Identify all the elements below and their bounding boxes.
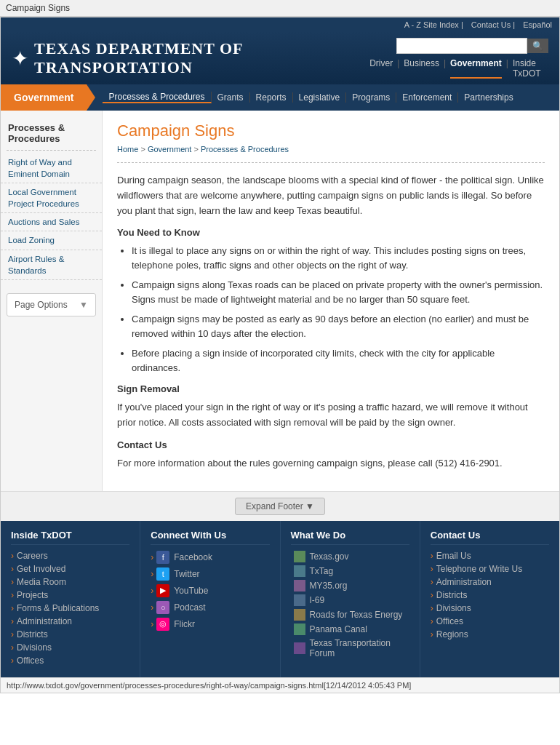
footer-email-us[interactable]: Email Us [431,551,549,561]
main-nav: Government Processes & Procedures Grants… [1,84,559,111]
roads-energy-icon [294,609,305,621]
nav-government[interactable]: Government [450,58,502,79]
footer-careers[interactable]: Careers [11,551,129,561]
top-bar: A - Z Site Index | Contact Us | Español [1,17,559,32]
search-input[interactable] [396,38,527,54]
my35-icon [294,580,305,591]
search-button[interactable]: 🔍 [527,39,548,53]
flickr-icon: ◎ [156,618,169,631]
sidebar: Processes & Procedures Right of Way and … [1,111,103,491]
site-header: ✦ TEXAS DEPARTMENT OF TRANSPORTATION 🔍 D… [1,32,559,84]
site-footer: Inside TxDOT Careers Get Involved Media … [1,521,559,677]
footer-col2-title: Connect With Us [151,530,269,545]
footer-col4-title: Contact Us [431,530,549,545]
government-tab[interactable]: Government [1,84,87,111]
footer-panama-canal[interactable]: Panama Canal [291,624,409,635]
footer-offices[interactable]: Offices [11,656,129,666]
breadcrumb-home[interactable]: Home [117,145,138,154]
footer-facebook[interactable]: fFacebook [151,551,269,564]
sidebar-airport-rules[interactable]: Airport Rules & Standards [1,250,102,280]
page-options-arrow: ▼ [79,300,88,310]
footer-flickr[interactable]: ◎Flickr [151,618,269,631]
footer-txtag[interactable]: TxTag [291,565,409,577]
contact-us-text: For more information about the rules gov… [117,456,545,471]
nav-business[interactable]: Business [404,58,439,79]
footer-projects[interactable]: Projects [11,590,129,600]
podcast-icon: ○ [156,601,169,614]
list-item: It is illegal to place any signs on or w… [132,244,545,272]
footer-contact-districts[interactable]: Districts [431,590,549,600]
espanol-link[interactable]: Español [523,20,552,29]
az-index-link[interactable]: A - Z Site Index [404,20,459,29]
nav-driver[interactable]: Driver [369,58,393,79]
nav-processes[interactable]: Processes & Procedures [103,92,211,103]
footer-i69[interactable]: I-69 [291,594,409,606]
content-wrapper: Processes & Procedures Right of Way and … [1,111,559,491]
tab-arrow [87,84,95,111]
footer-administration[interactable]: Administration [11,616,129,626]
sidebar-auctions[interactable]: Auctions and Sales [1,213,102,231]
search-bar: 🔍 [396,38,548,54]
footer-youtube[interactable]: ▶YouTube [151,584,269,597]
twitter-icon: t [156,567,169,581]
footer-divisions[interactable]: Divisions [11,642,129,653]
sidebar-divider [7,150,96,151]
content-divider [117,162,545,163]
footer-roads-texas-energy[interactable]: Roads for Texas Energy [291,609,409,621]
nav-legislative[interactable]: Legislative [293,92,347,103]
footer-forms-publications[interactable]: Forms & Publications [11,603,129,613]
nav-reports[interactable]: Reports [250,92,293,103]
footer-contact-regions[interactable]: Regions [431,629,549,640]
footer-col-inside-txdot: Inside TxDOT Careers Get Involved Media … [1,521,140,677]
sidebar-row-of-way[interactable]: Right of Way and Eminent Domain [1,154,102,183]
contact-us-heading: Contact Us [117,439,545,450]
footer-col-what-we-do: What We Do Texas.gov TxTag MY35.org I-69… [281,521,420,677]
footer-col3-title: What We Do [291,530,409,545]
footer-districts[interactable]: Districts [11,629,129,640]
sidebar-title: Processes & Procedures [1,118,102,147]
nav-grants[interactable]: Grants [212,92,250,103]
footer-expand-bar: Expand Footer ▼ [1,491,559,521]
breadcrumb: Home > Government > Processes & Procedur… [117,145,545,154]
footer-my35[interactable]: MY35.org [291,580,409,591]
footer-podcast[interactable]: ○Podcast [151,601,269,614]
sidebar-local-gov[interactable]: Local Government Project Procedures [1,183,102,213]
nav-enforcement[interactable]: Enforcement [396,92,458,103]
list-item: Campaign signs along Texas roads can be … [132,278,545,306]
main-content: Campaign Signs Home > Government > Proce… [103,111,559,491]
footer-texas-transportation-forum[interactable]: Texas Transportation Forum [291,638,409,658]
footer-columns: Inside TxDOT Careers Get Involved Media … [1,521,559,677]
nav-partnerships[interactable]: Partnerships [458,92,519,103]
page-options-button[interactable]: Page Options ▼ [7,293,96,316]
footer-contact-divisions[interactable]: Divisions [431,603,549,613]
contact-us-top-link[interactable]: Contact Us [471,20,511,29]
sign-removal-text: If you've placed your sign in the right … [117,400,545,431]
agency-name: TEXAS DEPARTMENT OF TRANSPORTATION [34,39,243,76]
footer-get-involved[interactable]: Get Involved [11,564,129,574]
star-icon: ✦ [12,47,28,71]
i69-icon [294,594,305,606]
footer-col-connect: Connect With Us fFacebook tTwitter ▶YouT… [140,521,280,677]
footer-media-room[interactable]: Media Room [11,577,129,587]
footer-telephone-write[interactable]: Telephone or Write Us [431,564,549,574]
logo: ✦ TEXAS DEPARTMENT OF TRANSPORTATION [12,39,369,77]
sign-removal-heading: Sign Removal [117,383,545,394]
list-item: Campaign signs may be posted as early as… [132,312,545,340]
footer-col-contact: Contact Us Email Us Telephone or Write U… [420,521,559,677]
ttf-icon [294,642,305,654]
facebook-icon: f [156,551,169,564]
you-need-to-know-heading: You Need to Know [117,227,545,238]
nav-inside-txdot[interactable]: Inside TxDOT [513,58,548,79]
list-item: Before placing a sign inside of incorpor… [132,346,545,375]
breadcrumb-processes[interactable]: Processes & Procedures [201,145,289,154]
footer-texas-gov[interactable]: Texas.gov [291,551,409,562]
breadcrumb-government[interactable]: Government [148,145,192,154]
footer-twitter[interactable]: tTwitter [151,567,269,581]
texas-gov-icon [294,551,305,562]
expand-footer-button[interactable]: Expand Footer ▼ [235,498,325,515]
footer-contact-administration[interactable]: Administration [431,577,549,587]
sidebar-load-zoning[interactable]: Load Zoning [1,231,102,250]
nav-programs[interactable]: Programs [346,92,396,103]
page-title: Campaign Signs [117,121,545,140]
footer-contact-offices[interactable]: Offices [431,616,549,626]
